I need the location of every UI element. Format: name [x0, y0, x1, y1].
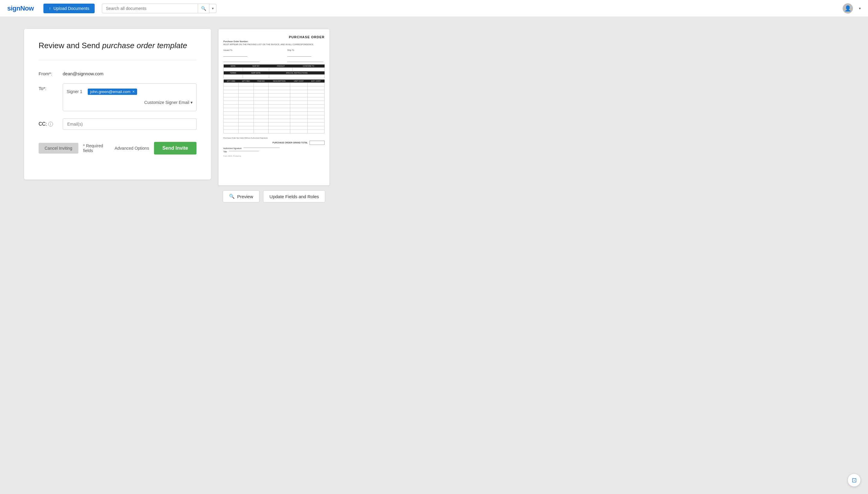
- header: signNow ↑ Upload Documents 🔍 ▾ 👤 ▾: [0, 0, 868, 17]
- po-cell: [239, 111, 254, 115]
- po-cell: [290, 111, 308, 115]
- po-issued-to-line: [223, 52, 247, 57]
- po-item-col-qtyrec: QTY REC: [239, 79, 254, 83]
- customize-signer-email-button[interactable]: Customize Signer Email ▾: [144, 100, 192, 105]
- po-col-date: DATE: [224, 64, 243, 68]
- po-cell: [239, 90, 254, 93]
- search-button[interactable]: 🔍: [198, 4, 209, 13]
- po-cell: [269, 115, 290, 119]
- search-dropdown-button[interactable]: ▾: [209, 4, 216, 13]
- po-cell: [224, 97, 239, 101]
- chat-bubble-button[interactable]: ⊡: [848, 474, 861, 487]
- po-cell: [239, 130, 254, 133]
- po-cell: [290, 119, 308, 122]
- po-items-table: QTY ORD QTY REC ITEM NO. DESCRIPTION UNI…: [223, 79, 325, 133]
- po-cell: [269, 90, 290, 93]
- po-col-special: SPECIAL INSTRUCTIONS: [269, 71, 325, 74]
- po-item-col-qtyord: QTY ORD: [224, 79, 239, 83]
- po-cell: [224, 111, 239, 115]
- chat-icon: ⊡: [852, 477, 857, 484]
- to-row: To*: Signer 1 john.green@email.com ×: [39, 83, 197, 111]
- preview-icon: 🔍: [229, 194, 235, 199]
- po-subtitle: Purchase Order Number: MUST APPEAR ON TH…: [223, 40, 325, 46]
- po-cell: [269, 122, 290, 126]
- po-cell: [290, 126, 308, 130]
- cc-label: CC: i: [39, 118, 63, 127]
- po-cell: [308, 108, 324, 111]
- from-label: From*:: [39, 69, 63, 76]
- po-cell: [239, 93, 254, 97]
- po-cell: [269, 97, 290, 101]
- cc-field-wrapper: [63, 118, 197, 130]
- po-cell: [254, 130, 269, 133]
- po-cell: [290, 130, 308, 133]
- po-item-col-itemno: ITEM NO.: [254, 79, 269, 83]
- customize-email-row: Customize Signer Email ▾: [67, 100, 192, 105]
- po-cell: [224, 101, 239, 104]
- avatar-button[interactable]: 👤: [843, 3, 853, 14]
- update-fields-roles-button[interactable]: Update Fields and Roles: [263, 190, 325, 203]
- document-actions: 🔍 Preview Update Fields and Roles: [223, 190, 326, 203]
- po-cell: [290, 82, 308, 86]
- cc-info-icon: i: [48, 122, 53, 127]
- po-cell: [308, 130, 324, 133]
- upload-documents-button[interactable]: ↑ Upload Documents: [43, 4, 95, 13]
- po-cell: [224, 74, 243, 78]
- po-issued-to-label: Issued To: [223, 49, 261, 51]
- signer-email-row: Signer 1 john.green@email.com ×: [67, 86, 192, 97]
- email-tag-close-button[interactable]: ×: [132, 90, 135, 94]
- po-cell: [269, 74, 325, 78]
- po-cell: [239, 108, 254, 111]
- po-cell: [290, 86, 308, 90]
- signer-name-label: Signer 1: [67, 89, 88, 94]
- po-col-freight: FREIGHT: [269, 64, 293, 68]
- po-item-col-extcost: EXT. COST: [308, 79, 324, 83]
- cc-row: CC: i: [39, 118, 197, 130]
- po-cell: [239, 97, 254, 101]
- po-item-col-unitcost: UNIT COST: [290, 79, 308, 83]
- po-col-shipdate: SHIP DATE: [243, 71, 269, 74]
- po-cell: [224, 122, 239, 126]
- po-title-line: [229, 151, 259, 151]
- po-footer: Purchase Order Not Valid Without Authori…: [223, 137, 325, 139]
- po-item-col-desc: DESCRIPTION: [269, 79, 290, 83]
- form-title: Review and Send purchase order template: [39, 41, 197, 50]
- upload-icon: ↑: [49, 6, 51, 11]
- po-ship-to-label: Ship To: [287, 49, 325, 51]
- po-cell: [290, 93, 308, 97]
- po-ship-to-line: [287, 52, 311, 57]
- search-input[interactable]: [102, 4, 198, 13]
- cc-input[interactable]: [63, 118, 197, 130]
- avatar-dropdown-icon[interactable]: ▾: [859, 6, 861, 11]
- po-cell: [269, 104, 290, 108]
- preview-button[interactable]: 🔍 Preview: [223, 190, 259, 203]
- po-cell: [239, 126, 254, 130]
- signer-block: Signer 1 john.green@email.com × Customiz…: [63, 83, 197, 111]
- email-tag-address: john.green@email.com: [90, 90, 130, 94]
- po-cell: [239, 86, 254, 90]
- to-label: To*:: [39, 83, 63, 91]
- po-cell: [269, 86, 290, 90]
- po-cell: [308, 82, 324, 86]
- po-cell: [239, 119, 254, 122]
- po-cell: [269, 101, 290, 104]
- po-cell: [308, 97, 324, 101]
- po-cell: [239, 104, 254, 108]
- po-cell: [224, 104, 239, 108]
- required-fields-text: * Required fields: [83, 144, 110, 153]
- po-issued-to-line2: [223, 58, 259, 62]
- po-form-note: Form 3010, Printed by: [223, 155, 325, 157]
- po-cell: [224, 93, 239, 97]
- form-footer: Cancel Inviting * Required fields Advanc…: [39, 142, 197, 154]
- signer-full-block: Signer 1 john.green@email.com × Customiz…: [63, 83, 197, 111]
- po-cell: [254, 104, 269, 108]
- cancel-inviting-button[interactable]: Cancel Inviting: [39, 143, 78, 154]
- send-invite-button[interactable]: Send Invite: [154, 142, 197, 154]
- customize-email-label: Customize Signer Email: [144, 100, 189, 105]
- po-grand-total-label: PURCHASE ORDER GRAND TOTAL: [273, 141, 308, 144]
- po-ship-to-line2: [287, 58, 324, 62]
- advanced-options-button[interactable]: Advanced Options: [114, 146, 149, 151]
- form-divider: [39, 60, 197, 60]
- logo: signNow: [7, 4, 34, 12]
- po-cell: [308, 90, 324, 93]
